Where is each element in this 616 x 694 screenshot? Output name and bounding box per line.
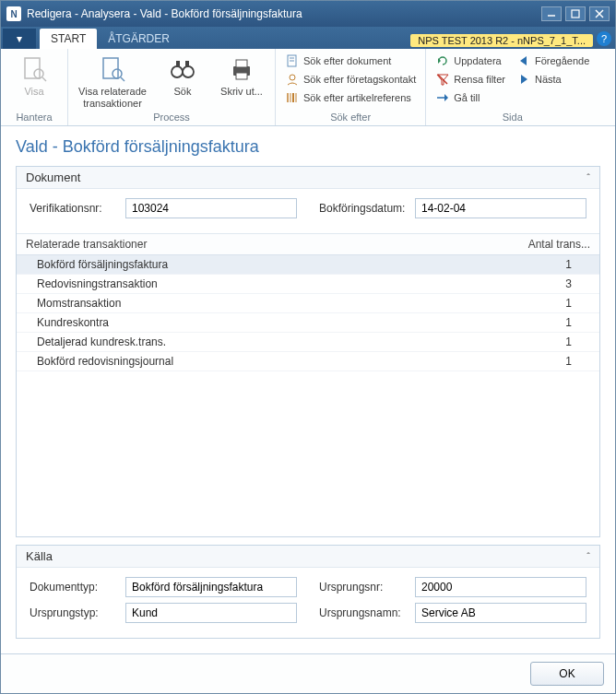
svg-line-9 <box>121 77 124 81</box>
svg-rect-1 <box>572 10 579 18</box>
origin-no-input[interactable] <box>415 577 586 597</box>
source-section-header[interactable]: Källa ˆ <box>17 546 599 568</box>
source-section: Källa ˆ Dokumenttyp: Ursprungsnr: Urspru… <box>16 545 600 639</box>
svg-rect-15 <box>236 60 247 67</box>
print-button[interactable]: Skriv ut... <box>214 53 269 100</box>
window-title: Redigera - Analysera - Vald - Bokförd fö… <box>27 7 541 20</box>
show-button[interactable]: Visa <box>6 53 62 100</box>
goto-button[interactable]: Gå till <box>432 89 509 106</box>
next-button[interactable]: Nästa <box>513 71 593 88</box>
ok-button[interactable]: OK <box>530 662 604 686</box>
svg-point-20 <box>290 75 295 80</box>
close-button[interactable] <box>589 6 610 21</box>
document-type-input[interactable] <box>125 577 297 597</box>
minimize-button[interactable] <box>541 6 562 21</box>
document-icon <box>285 53 300 68</box>
environment-badge: NPS TEST 2013 R2 - nNPS_7_1_T... <box>410 34 593 47</box>
svg-marker-29 <box>444 94 448 101</box>
origin-type-field: Ursprungstyp: <box>30 603 297 623</box>
svg-point-11 <box>183 66 194 77</box>
tab-strip: ▾ START ÅTGÄRDER NPS TEST 2013 R2 - nNPS… <box>1 27 615 49</box>
table-row[interactable]: Bokförd försäljningsfaktura1 <box>17 255 599 275</box>
content-area: Vald - Bokförd försäljningsfaktura Dokum… <box>1 126 615 653</box>
svg-line-27 <box>438 75 447 84</box>
ribbon-group-manage: Visa Hantera <box>1 49 68 125</box>
table-row[interactable]: Kundreskontra1 <box>17 313 599 333</box>
ribbon-group-process: Visa relaterade transaktioner Sök Skriv … <box>68 49 276 125</box>
row-name: Bokförd försäljningsfaktura <box>17 255 366 275</box>
posting-date-label: Bokföringsdatum: <box>319 202 415 215</box>
row-count: 1 <box>366 352 599 371</box>
search-contact-button[interactable]: Sök efter företagskontakt <box>281 71 420 88</box>
find-button[interactable]: Sök <box>155 53 210 100</box>
table-row[interactable]: Bokförd redovisningsjournal1 <box>17 352 599 371</box>
row-count: 3 <box>366 275 599 294</box>
related-transactions-button[interactable]: Visa relaterade transaktioner <box>74 53 151 111</box>
posting-date-input[interactable] <box>415 198 586 218</box>
arrow-right-icon <box>435 90 450 105</box>
ribbon-group-search: Sök efter dokument Sök efter företagskon… <box>276 49 426 125</box>
svg-rect-4 <box>25 58 40 78</box>
origin-no-field: Ursprungsnr: <box>319 577 586 597</box>
related-transactions-label: Visa relaterade transaktioner <box>76 86 149 109</box>
table-row[interactable]: Detaljerad kundresk.trans.1 <box>17 333 599 352</box>
document-section-header[interactable]: Dokument ˆ <box>17 167 599 189</box>
row-name: Kundreskontra <box>17 313 366 333</box>
table-row[interactable]: Redovisningstransaktion3 <box>17 275 599 294</box>
printer-icon <box>227 54 256 84</box>
print-button-label: Skriv ut... <box>220 86 263 98</box>
clear-filter-label: Rensa filter <box>454 74 505 85</box>
refresh-icon <box>435 53 450 68</box>
grid-col-count[interactable]: Antal trans... <box>366 234 599 255</box>
row-count: 1 <box>366 294 599 313</box>
chevron-up-icon: ˆ <box>586 172 590 183</box>
svg-marker-30 <box>520 56 527 65</box>
help-icon[interactable]: ? <box>597 31 611 46</box>
ribbon-group-search-label: Sök efter <box>281 111 420 124</box>
search-document-button[interactable]: Sök efter dokument <box>281 53 420 69</box>
triangle-right-icon <box>516 72 531 87</box>
svg-point-10 <box>172 66 183 77</box>
search-document-label: Sök efter dokument <box>303 55 391 66</box>
title-bar: N Redigera - Analysera - Vald - Bokförd … <box>1 1 615 27</box>
origin-name-field: Ursprungsnamn: <box>319 603 586 623</box>
chevron-up-icon: ˆ <box>586 551 590 562</box>
svg-rect-16 <box>236 73 247 79</box>
grid-col-related[interactable]: Relaterade transaktioner <box>17 234 366 255</box>
row-count: 1 <box>366 255 599 275</box>
svg-rect-13 <box>185 61 189 66</box>
origin-type-input[interactable] <box>125 603 297 623</box>
refresh-label: Uppdatera <box>454 55 501 66</box>
origin-no-label: Ursprungsnr: <box>319 581 415 594</box>
refresh-button[interactable]: Uppdatera <box>432 53 509 69</box>
search-contact-label: Sök efter företagskontakt <box>303 74 416 85</box>
previous-label: Föregående <box>535 55 589 66</box>
svg-rect-12 <box>176 61 180 66</box>
document-magnifier-icon <box>98 54 127 84</box>
file-menu-button[interactable]: ▾ <box>3 29 36 49</box>
document-section: Dokument ˆ Verifikationsnr: Bokföringsda… <box>16 166 600 537</box>
document-type-label: Dokumenttyp: <box>30 581 125 594</box>
document-type-field: Dokumenttyp: <box>30 577 297 597</box>
tab-actions[interactable]: ÅTGÄRDER <box>97 29 181 49</box>
origin-name-input[interactable] <box>415 603 586 623</box>
goto-label: Gå till <box>454 92 480 103</box>
ribbon-group-process-label: Process <box>74 111 269 124</box>
posting-date-field: Bokföringsdatum: <box>319 198 586 218</box>
document-magnifier-icon <box>19 54 49 84</box>
ribbon-group-page: Uppdatera Rensa filter Gå till Föregåend… <box>426 49 598 125</box>
page-title: Vald - Bokförd försäljningsfaktura <box>16 137 600 157</box>
previous-button[interactable]: Föregående <box>513 53 593 69</box>
row-name: Bokförd redovisningsjournal <box>17 352 366 371</box>
verification-no-input[interactable] <box>125 198 297 218</box>
svg-line-6 <box>42 77 46 81</box>
table-row[interactable]: Momstransaktion1 <box>17 294 599 313</box>
clear-filter-button[interactable]: Rensa filter <box>432 71 509 88</box>
row-count: 1 <box>366 313 599 333</box>
maximize-button[interactable] <box>565 6 586 21</box>
tab-start[interactable]: START <box>40 29 97 49</box>
related-transactions-grid[interactable]: Relaterade transaktioner Antal trans... … <box>17 233 599 510</box>
origin-name-label: Ursprungsnamn: <box>319 606 415 619</box>
binoculars-icon <box>168 54 197 84</box>
search-itemref-button[interactable]: Sök efter artikelreferens <box>281 89 420 106</box>
